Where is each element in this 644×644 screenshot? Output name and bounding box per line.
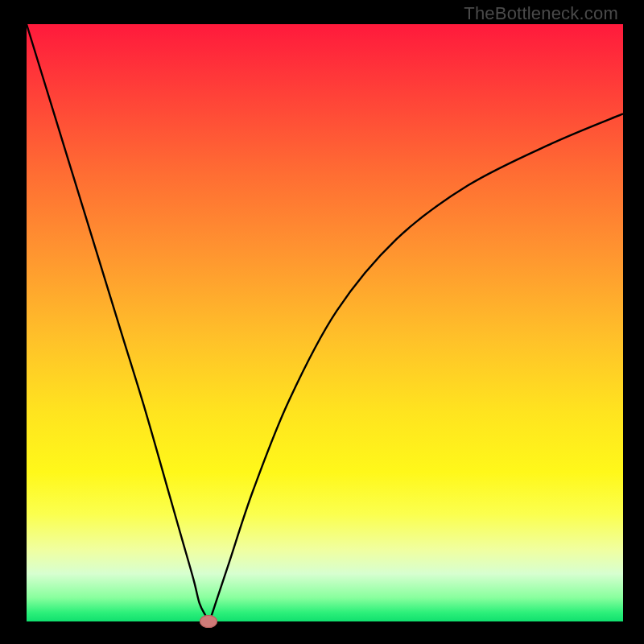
balance-marker	[200, 615, 217, 628]
curve-path	[27, 24, 623, 621]
chart-frame: TheBottleneck.com	[0, 0, 644, 644]
bottleneck-curve	[0, 0, 644, 644]
watermark-text: TheBottleneck.com	[464, 3, 618, 24]
